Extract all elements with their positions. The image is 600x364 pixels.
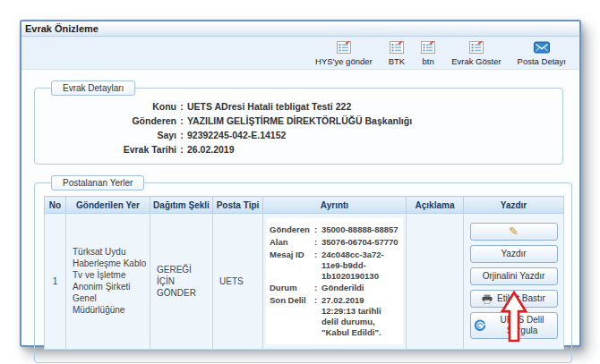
pencil-icon: ✎ [509,227,519,236]
column-header-no: No [45,197,66,214]
postalanan-yerler-panel: Postalanan Yerler No Gönderilen Yer Dağı… [34,175,572,363]
toolbar-item-label: BTK [389,56,405,66]
ayrinti-label: Mesaj ID [270,250,314,282]
field-evrak-tarihi: Evrak Tarihi : 26.02.2019 [42,142,555,157]
cell-gonderilen-yer: Türksat Uydu Haberleşme Kablo Tv ve İşle… [66,214,150,350]
ayrinti-label: Durum [270,283,314,293]
ayrinti-gonderen: Gönderen : 35000-88888-88857 [270,224,399,235]
toolbar-item-label: Posta Detayı [518,56,566,66]
toolbar-item-btn[interactable]: btn [413,39,443,67]
table-header-row: No Gönderilen Yer Dağıtım Şekli Posta Ti… [45,197,564,214]
toolbar: HYS'ye gönder BTK btn Evrak Göster Posta… [21,37,579,70]
field-value: YAZILIM GELİŞTİRME DİREKTÖRLÜĞÜ Başkanlı… [187,114,555,128]
ayrinti-label: Alan [270,237,314,248]
red-up-arrow-annotation [500,291,528,343]
toolbar-item-hys-gonder[interactable]: HYS'ye gönder [307,39,381,67]
ayrinti-value: 35076-06704-57770 [321,237,399,248]
document-list-icon [469,40,484,55]
separator: : [314,283,321,293]
cell-no: 1 [45,214,66,350]
field-gonderen: Gönderen : YAZILIM GELİŞTİRME DİREKTÖRLÜ… [42,114,555,128]
column-header-aciklama: Açıklama [407,197,464,214]
field-value: 92392245-042-E.14152 [187,128,555,142]
postalanan-yerler-table: No Gönderilen Yer Dağıtım Şekli Posta Ti… [44,196,564,350]
ayrinti-alan: Alan : 35076-06704-57770 [270,237,399,248]
separator: : [176,128,187,142]
separator: : [176,114,187,128]
ayrinti-detail-box: Gönderen : 35000-88888-88857 Alan : 3507… [266,218,403,344]
toolbar-item-label: Evrak Göster [451,56,501,66]
separator: : [314,237,321,248]
cell-aciklama [407,214,464,350]
printer-icon [482,294,493,304]
ayrinti-label: Gönderen [270,224,314,235]
evrak-detaylari-panel: Evrak Detayları Konu : UETS ADresi Hatal… [34,80,563,165]
page-title: Evrak Önizleme [25,23,99,34]
field-label: Evrak Tarihi [42,142,176,157]
evrak-detaylari-legend: Evrak Detayları [51,80,135,96]
orjinalini-yazdir-button[interactable]: Orjinalini Yazdır [470,267,558,285]
toolbar-item-posta-detayi[interactable]: Posta Detayı [510,39,574,67]
ayrinti-value: 35000-88888-88857 [321,224,399,235]
ayrinti-son-delil: Son Delil : 27.02.2019 12:29:13 tarihli … [270,295,399,338]
table-row: 1 Türksat Uydu Haberleşme Kablo Tv ve İş… [45,214,564,350]
field-sayi: Sayı : 92392245-042-E.14152 [42,128,555,142]
field-label: Konu [42,99,176,114]
toolbar-item-label: btn [423,56,434,66]
toolbar-item-btk[interactable]: BTK [381,39,413,67]
ayrinti-durum: Durum : Gönderildi [270,283,399,293]
separator: : [314,295,321,338]
window-title-bar: Evrak Önizleme [21,21,579,37]
postalanan-yerler-legend: Postalanan Yerler [51,175,144,190]
separator: : [176,142,187,157]
field-konu: Konu : UETS ADresi Hatali tebligat Testi… [42,99,555,114]
field-value: UETS ADresi Hatali tebligat Testi 222 [187,99,555,114]
separator: : [176,99,187,114]
separator: : [314,224,321,235]
column-header-ayrinti: Ayrıntı [263,197,407,214]
yazdir-button-label: Yazdır [501,249,526,259]
ayrinti-value: 27.02.2019 12:29:13 tarihli delil durumu… [321,295,399,338]
field-value: 26.02.2019 [187,142,555,157]
toolbar-item-evrak-goster[interactable]: Evrak Göster [443,39,509,67]
field-label: Gönderen [42,114,176,128]
document-list-icon [337,40,351,55]
ayrinti-mesaj-id: Mesaj ID : 24c048cc-3a72-11e9-b9dd-1b102… [270,250,399,282]
envelope-icon [534,40,550,55]
cell-posta-tipi: UETS [213,214,263,350]
ayrinti-value: 24c048cc-3a72-11e9-b9dd-1b1020190130 [321,250,399,282]
ayrinti-value: Gönderildi [321,283,399,293]
ayrinti-label: Son Delil [270,295,314,338]
uets-swirl-icon [474,319,486,332]
separator: : [314,250,321,282]
column-header-yazdir: Yazdır [464,197,564,214]
document-list-icon [421,40,435,55]
document-list-icon [390,40,404,55]
column-header-dagitim-sekli: Dağıtım Şekli [150,197,213,214]
cell-ayrinti: Gönderen : 35000-88888-88857 Alan : 3507… [263,214,407,350]
field-label: Sayı [42,128,176,142]
orjinalini-yazdir-button-label: Orjinalini Yazdır [483,271,545,282]
cell-dagitim-sekli: GEREĞİ İÇİN GÖNDER [150,214,213,350]
column-header-posta-tipi: Posta Tipi [213,197,263,214]
column-header-gonderilen-yer: Gönderilen Yer [66,197,150,214]
toolbar-item-label: HYS'ye gönder [315,56,373,66]
yazdir-button[interactable]: Yazdır [470,245,558,263]
evrak-onizleme-window: Evrak Önizleme HYS'ye gönder BTK btn Evr… [20,20,581,347]
edit-button[interactable]: ✎ [470,223,558,241]
